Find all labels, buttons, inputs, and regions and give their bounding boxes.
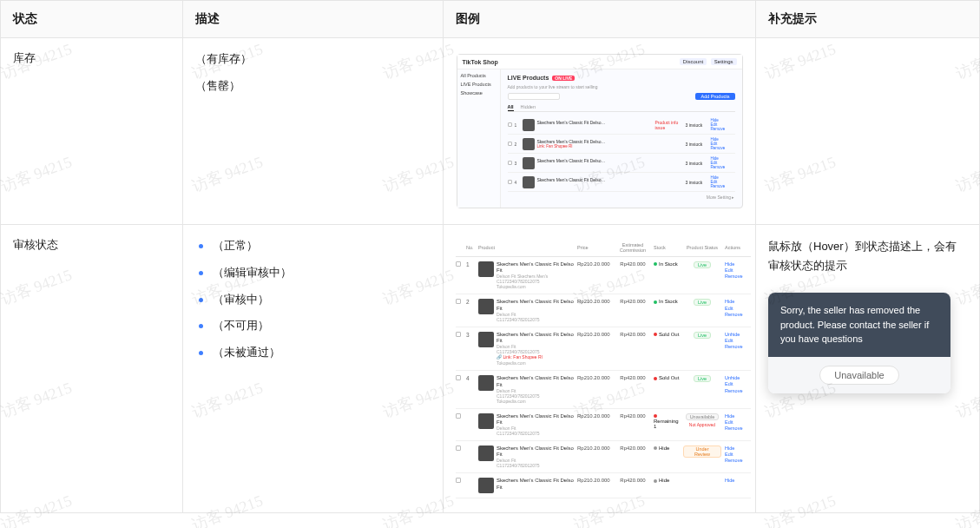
mock-tab: All bbox=[508, 103, 514, 111]
thumb-icon bbox=[523, 138, 535, 150]
mock-hint: Add products to your live stream to star… bbox=[508, 84, 735, 89]
thumb-icon bbox=[478, 478, 494, 493]
mock-row: Skechers Men's Classic Fit Delso FitDels… bbox=[456, 409, 751, 441]
hint-cell: 鼠标放（Hover）到状态描述上，会有审核状态的提示 Sorry, the se… bbox=[756, 225, 980, 513]
legend-cell: TikTok Shop Discount Settings All Produc… bbox=[444, 38, 756, 225]
thumb-icon bbox=[478, 375, 494, 391]
mock-tabs: All Hidden bbox=[508, 103, 735, 112]
mock-toolbar: Add Products bbox=[508, 93, 735, 100]
mock-table: 1Skechers Men's Classic Fit Delso… Produ… bbox=[508, 116, 735, 192]
mock-side-item: LIVE Products bbox=[461, 82, 497, 87]
mock-topbar: TikTok Shop Discount Settings bbox=[457, 55, 742, 69]
col-header-desc: 描述 bbox=[183, 1, 444, 38]
tooltip-message: Sorry, the seller has removed the produc… bbox=[768, 293, 950, 357]
desc-item: （未被通过） bbox=[195, 344, 431, 362]
hint-text: 鼠标放（Hover）到状态描述上，会有审核状态的提示 bbox=[768, 237, 967, 275]
hint-cell bbox=[756, 38, 980, 225]
mock-tab: Hidden bbox=[521, 103, 536, 111]
mock-live-badge: ON LIVE bbox=[552, 76, 575, 81]
desc-item: （售罄） bbox=[195, 77, 431, 96]
desc-list: （有库存） （售罄） bbox=[195, 50, 431, 96]
desc-item: （不可用） bbox=[195, 317, 431, 335]
thumb-icon bbox=[478, 261, 494, 277]
mock-row: 1Skechers Men's Classic Fit Delso… Produ… bbox=[508, 116, 735, 135]
mock-brand: TikTok Shop bbox=[463, 59, 498, 65]
mock-row: 3Skechers Men's Classic Fit Delso… 3 ins… bbox=[508, 154, 735, 173]
thumb-icon bbox=[523, 176, 535, 188]
mock-side-item: Showcase bbox=[461, 90, 497, 96]
mock-title: LIVE Products ON LIVE bbox=[508, 75, 735, 81]
product-table-mockup: No. Product Price Estimated Commission S… bbox=[456, 239, 743, 498]
mock-row: 2Skechers Men's Classic Fit Delso FitDel… bbox=[456, 294, 751, 327]
table-row: 审核状态 （正常） （编辑审核中） （审核中） （不可用） （未被通过） No. bbox=[1, 225, 980, 513]
mock-settings-btn: Settings bbox=[711, 58, 737, 65]
status-cell: 审核状态 bbox=[1, 225, 183, 513]
mock-row: 4Skechers Men's Classic Fit Delso FitDel… bbox=[456, 371, 751, 408]
mock-sidebar: All Products LIVE Products Showcase bbox=[457, 69, 501, 208]
mock-side-item: All Products bbox=[461, 73, 497, 78]
thumb-icon bbox=[478, 332, 494, 347]
mock-row: Skechers Men's Classic Fit Delso FitDels… bbox=[456, 441, 751, 473]
mock-row: Skechers Men's Classic Fit Delso FitRp21… bbox=[456, 473, 751, 498]
desc-list: （正常） （编辑审核中） （审核中） （不可用） （未被通过） bbox=[195, 237, 431, 362]
desc-item: （正常） bbox=[195, 237, 431, 255]
col-header-legend: 图例 bbox=[444, 1, 756, 38]
desc-cell: （有库存） （售罄） bbox=[183, 38, 444, 225]
table-row: 库存 （有库存） （售罄） TikTok Shop Discount Setti… bbox=[1, 38, 980, 225]
mock-discount-btn: Discount bbox=[680, 58, 707, 65]
mock-row: 4Skechers Men's Classic Fit Delso… 3 ins… bbox=[508, 173, 735, 192]
app-mockup: TikTok Shop Discount Settings All Produc… bbox=[457, 54, 743, 208]
mock-footer: More Setting ▸ bbox=[508, 192, 735, 202]
tooltip-mockup: Sorry, the seller has removed the produc… bbox=[768, 293, 950, 393]
status-cell: 库存 bbox=[1, 38, 183, 225]
desc-item: （审核中） bbox=[195, 291, 431, 309]
status-table: 状态 描述 图例 补充提示 库存 （有库存） （售罄） TikTok Shop bbox=[0, 0, 980, 513]
mock-row: 2Skechers Men's Classic Fit Delso…Link: … bbox=[508, 135, 735, 154]
thumb-icon bbox=[478, 446, 494, 461]
col-header-hint: 补充提示 bbox=[756, 1, 980, 38]
mock-table-header: No. Product Price Estimated Commission S… bbox=[456, 239, 751, 257]
thumb-icon bbox=[478, 413, 494, 429]
legend-cell: No. Product Price Estimated Commission S… bbox=[444, 225, 756, 513]
col-header-status: 状态 bbox=[1, 1, 183, 38]
mock-row: 1Skechers Men's Classic Fit Delso FitDel… bbox=[456, 257, 751, 294]
thumb-icon bbox=[478, 299, 494, 314]
desc-item: （有库存） bbox=[195, 50, 431, 69]
mock-add-button: Add Products bbox=[695, 93, 734, 100]
tooltip-status-pill: Unavailable bbox=[819, 366, 898, 385]
thumb-icon bbox=[523, 157, 535, 169]
thumb-icon bbox=[523, 119, 535, 131]
mock-row: 3Skechers Men's Classic Fit Delso FitDel… bbox=[456, 327, 751, 372]
desc-item: （编辑审核中） bbox=[195, 264, 431, 282]
desc-cell: （正常） （编辑审核中） （审核中） （不可用） （未被通过） bbox=[183, 225, 444, 513]
mock-search-input bbox=[508, 93, 560, 100]
